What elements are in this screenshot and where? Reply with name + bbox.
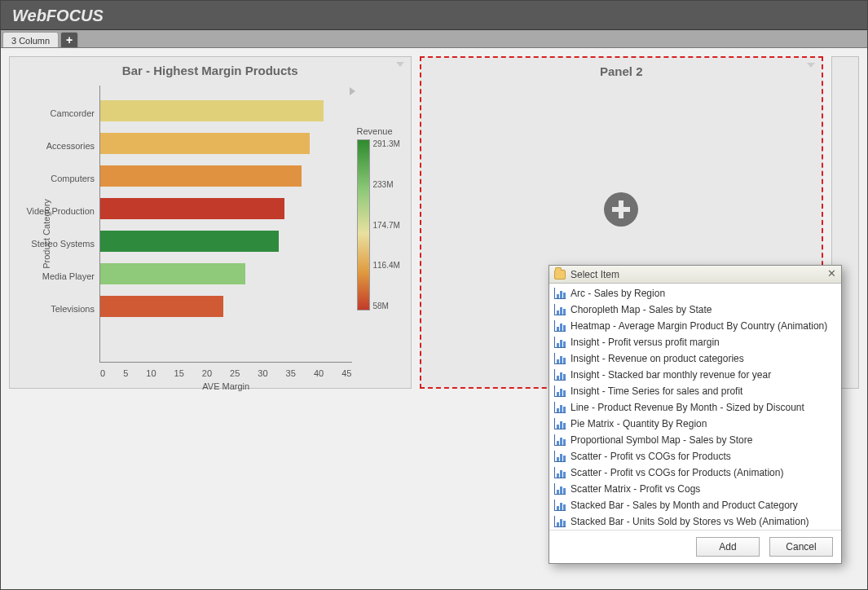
scroll-right-icon[interactable] (350, 87, 355, 95)
legend-scale (357, 139, 370, 310)
item-list[interactable]: Arc - Sales by RegionChoropleth Map - Sa… (549, 284, 841, 530)
list-item[interactable]: Proportional Symbol Map - Sales by Store (549, 432, 841, 448)
folder-icon (554, 270, 566, 280)
x-ticks: 051015202530354045 (100, 368, 352, 378)
bar[interactable] (100, 231, 279, 252)
list-item[interactable]: Arc - Sales by Region (549, 285, 841, 302)
bar-row (100, 198, 352, 231)
x-tick: 15 (174, 368, 184, 378)
chart-icon (554, 500, 566, 511)
bar[interactable] (100, 165, 302, 187)
app-header: WebFOCUS (1, 1, 867, 30)
chart-icon (554, 451, 566, 462)
bar[interactable] (100, 133, 310, 154)
bars-area: 051015202530354045 AVE Margin (99, 86, 352, 363)
chart-icon (554, 483, 566, 495)
x-tick: 30 (258, 368, 267, 378)
category-label: Camcorder (10, 106, 95, 139)
bar[interactable] (100, 100, 324, 121)
list-item[interactable]: Insight - Profit versus profit margin (549, 334, 841, 350)
list-item-label: Insight - Profit versus profit margin (571, 335, 720, 350)
list-item-label: Line - Product Revenue By Month - Sized … (571, 400, 804, 415)
list-item[interactable]: Scatter Matrix - Profit vs Cogs (549, 481, 841, 497)
chart-icon (554, 385, 566, 397)
x-tick: 40 (314, 368, 324, 378)
legend-stop: 291.3M (373, 139, 400, 148)
chart-icon (554, 304, 566, 315)
add-button[interactable]: Add (696, 537, 760, 557)
bar-row (100, 296, 352, 328)
list-item-label: Stacked Bar - Units Sold by Stores vs We… (571, 514, 809, 529)
list-item[interactable]: Insight - Stacked bar monthly revenue fo… (549, 367, 841, 383)
x-tick: 5 (123, 368, 128, 378)
category-label: Televisions (10, 302, 95, 334)
list-item[interactable]: Stacked Bar - Units Sold by Stores vs We… (549, 513, 841, 530)
bar-row (100, 231, 352, 263)
bar[interactable] (100, 198, 284, 219)
legend-stop: 58M (373, 302, 400, 310)
bar-row (100, 133, 352, 165)
list-item[interactable]: Insight - Revenue on product categories (549, 350, 841, 367)
list-item-label: Pie Matrix - Quantity By Region (571, 416, 707, 431)
list-item[interactable]: Scatter - Profit vs COGs for Products (A… (549, 465, 841, 481)
bar[interactable] (100, 296, 223, 317)
x-tick: 0 (100, 368, 105, 378)
legend-stop: 174.7M (373, 221, 400, 230)
list-item-label: Insight - Time Series for sales and prof… (571, 384, 742, 398)
chart-icon (554, 369, 566, 381)
list-item-label: Scatter Matrix - Profit vs Cogs (571, 482, 700, 496)
list-item[interactable]: Line - Product Revenue By Month - Sized … (549, 399, 841, 416)
category-label: Video Production (10, 204, 95, 236)
bar-row (100, 263, 352, 296)
legend-title: Revenue (357, 126, 406, 136)
chart-icon (554, 320, 566, 332)
list-item-label: Scatter - Profit vs COGs for Products (571, 449, 731, 464)
chart-icon (554, 288, 566, 299)
category-label: Stereo Systems (10, 236, 95, 269)
list-item-label: Insight - Revenue on product categories (571, 351, 744, 366)
chart: Product Category CamcorderAccessoriesCom… (10, 81, 411, 387)
list-item-label: Insight - Stacked bar monthly revenue fo… (571, 368, 771, 382)
x-tick: 35 (286, 368, 296, 378)
x-axis-label: AVE Margin (100, 381, 352, 391)
dialog-footer: Add Cancel (549, 530, 841, 563)
dialog-header[interactable]: Select Item ✕ (549, 266, 841, 284)
list-item[interactable]: Choropleth Map - Sales by State (549, 302, 841, 318)
list-item[interactable]: Scatter - Profit vs COGs for Products (549, 448, 841, 465)
list-item-label: Heatmap - Average Margin Product By Coun… (571, 319, 827, 333)
layout-tabs: 3 Column + (1, 30, 867, 48)
chart-icon (554, 434, 566, 446)
chart-icon (554, 402, 566, 413)
chart-icon (554, 516, 566, 527)
y-axis-label: Product Category (42, 199, 51, 269)
y-category-labels: CamcorderAccessoriesComputersVideo Produ… (10, 86, 99, 382)
x-tick: 10 (146, 368, 156, 378)
list-item-label: Proportional Symbol Map - Sales by Store (571, 433, 752, 447)
chart-icon (554, 353, 566, 364)
chart-icon (554, 337, 566, 348)
list-item[interactable]: Heatmap - Average Margin Product By Coun… (549, 318, 841, 334)
tab-3-column[interactable]: 3 Column (2, 32, 59, 47)
chart-icon (554, 467, 566, 478)
list-item-label: Scatter - Profit vs COGs for Products (A… (571, 465, 783, 480)
add-content-button[interactable] (604, 192, 638, 227)
dialog-title: Select Item (571, 269, 619, 280)
app-title: WebFOCUS (12, 7, 104, 24)
chart-icon (554, 418, 566, 429)
list-item[interactable]: Insight - Time Series for sales and prof… (549, 383, 841, 399)
cancel-button[interactable]: Cancel (769, 537, 833, 557)
list-item-label: Choropleth Map - Sales by State (571, 302, 712, 317)
category-label: Media Player (10, 269, 95, 302)
x-tick: 45 (341, 368, 351, 378)
list-item[interactable]: Pie Matrix - Quantity By Region (549, 416, 841, 432)
category-label: Accessories (10, 139, 95, 171)
list-item[interactable]: Stacked Bar - Sales by Month and Product… (549, 497, 841, 513)
tab-add[interactable]: + (60, 32, 78, 47)
panel-2-menu-icon[interactable] (807, 63, 815, 68)
panel-1-menu-icon[interactable] (396, 62, 404, 67)
bar[interactable] (100, 263, 245, 284)
legend-stop: 116.4M (373, 261, 400, 270)
color-legend: Revenue 291.3M233M174.7M116.4M58M (357, 86, 406, 382)
close-icon[interactable]: ✕ (825, 268, 838, 281)
category-label: Computers (10, 171, 95, 204)
